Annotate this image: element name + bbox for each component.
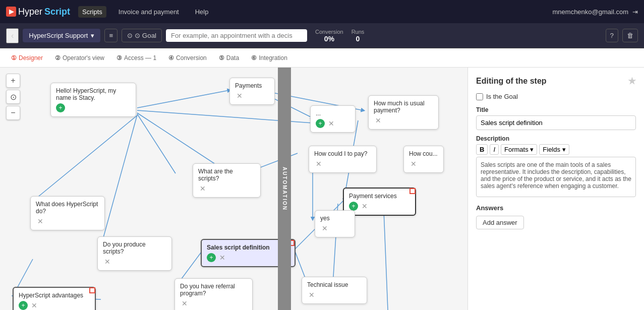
node-advantages[interactable]: HyperScript advantages + ✕ <box>13 287 96 310</box>
canvas[interactable]: + ⊙ − Hello! HyperScript, my name is Sta… <box>0 68 467 310</box>
node-advantages-actions: + ✕ <box>19 301 90 310</box>
node-technical-issue-del[interactable]: ✕ <box>307 290 316 299</box>
node-how-cou[interactable]: How cou... ✕ <box>403 146 444 173</box>
node-payment-services-add[interactable]: + <box>349 202 358 211</box>
zoom-in-button[interactable]: + <box>6 74 20 88</box>
node-yes-top[interactable]: yes ✕ <box>315 210 355 237</box>
node-advantages-del[interactable]: ✕ <box>30 301 39 310</box>
zoom-target-button[interactable]: ⊙ <box>6 90 20 104</box>
node-produce-scripts-del[interactable]: ✕ <box>103 257 112 266</box>
node-what-does-actions: ✕ <box>36 217 99 226</box>
logo-script: Script <box>44 7 70 17</box>
goal-input[interactable] <box>166 29 307 42</box>
tab-integration[interactable]: ⑥ Integration <box>246 52 292 64</box>
node-how-cou-text: How cou... <box>409 150 438 157</box>
node-hello-text: Hello! HyperScript, my name is Stacy. <box>56 87 131 101</box>
editor-toolbar: B I Formats ▾ Fields ▾ <box>476 144 636 155</box>
delete-button[interactable]: 🗑 <box>622 29 638 42</box>
main: + ⊙ − Hello! HyperScript, my name is Sta… <box>0 68 644 310</box>
node-referral[interactable]: Do you have referral program? ✕ <box>174 278 253 310</box>
sidebar: Editing of the step ★ Is the Goal Title … <box>467 68 644 310</box>
hamburger-button[interactable]: ≡ <box>104 29 118 42</box>
node-how-cou-actions: ✕ <box>409 159 438 168</box>
nav-invoice[interactable]: Invoice and payment <box>114 6 183 18</box>
node-sales-script-text: Sales script definition <box>207 244 289 251</box>
runs-label: Runs <box>352 29 365 35</box>
node-how-much[interactable]: How much is usual payment? ✕ <box>368 95 439 130</box>
node-hello-add[interactable]: + <box>56 103 65 112</box>
tab-operator-view[interactable]: ② Operator's view <box>50 52 109 64</box>
nav-scripts[interactable]: Scripts <box>78 6 106 18</box>
nav-help[interactable]: Help <box>191 6 213 18</box>
formats-button[interactable]: Formats ▾ <box>501 144 537 155</box>
node-payment-services-del[interactable]: ✕ <box>360 202 369 211</box>
tab-data[interactable]: ⑤ Data <box>214 52 244 64</box>
node-advantages-add[interactable]: + <box>19 301 28 310</box>
node-payments-actions: ✕ <box>235 91 269 100</box>
toolbar-right: ? 🗑 <box>606 29 638 42</box>
is-goal-row: Is the Goal <box>476 93 636 100</box>
node-produce-scripts-actions: ✕ <box>103 257 166 266</box>
node-produce-scripts[interactable]: Do you produce scripts? ✕ <box>97 236 172 271</box>
is-goal-checkbox[interactable] <box>476 93 483 100</box>
node-advantages-text: HyperScript advantages <box>19 292 90 299</box>
node-how-cou-del[interactable]: ✕ <box>409 159 418 168</box>
add-answer-button[interactable]: Add answer <box>476 216 524 229</box>
runs-stat: Runs 0 <box>352 29 365 43</box>
star-icon[interactable]: ★ <box>628 76 636 87</box>
node-yes-top-actions: ✕ <box>320 224 349 233</box>
node-produce-scripts-text: Do you produce scripts? <box>103 241 166 255</box>
help-button[interactable]: ? <box>606 29 618 42</box>
tab-designer[interactable]: ① Designer <box>6 52 48 64</box>
italic-button[interactable]: I <box>490 144 499 155</box>
node-referral-text: Do you have referral program? <box>180 283 247 297</box>
svg-line-0 <box>137 90 229 108</box>
node-payments-del[interactable]: ✕ <box>235 91 244 100</box>
node-what-scripts[interactable]: What are the scripts? ✕ <box>193 163 261 198</box>
node-payment-services-corner <box>409 188 416 194</box>
logout-icon[interactable]: ⇥ <box>632 8 638 16</box>
node-what-scripts-del[interactable]: ✕ <box>198 184 207 193</box>
conversion-label: Conversion <box>315 29 343 35</box>
title-label: Title <box>476 106 636 113</box>
node-ellipsis-add[interactable]: + <box>316 119 325 128</box>
description-label: Description <box>476 135 636 142</box>
node-referral-del[interactable]: ✕ <box>180 299 189 308</box>
goal-button[interactable]: ⊙ ⊙ Goal <box>122 29 162 42</box>
node-how-pay[interactable]: How could I to pay? ✕ <box>309 146 377 173</box>
zoom-controls: + ⊙ − <box>6 74 20 120</box>
sidebar-title-row: Editing of the step ★ <box>476 76 636 87</box>
svg-line-4 <box>101 115 137 246</box>
node-how-much-text: How much is usual payment? <box>374 100 433 114</box>
node-how-much-del[interactable]: ✕ <box>374 116 383 125</box>
node-ellipsis-del[interactable]: ✕ <box>327 119 336 128</box>
node-sales-script-del[interactable]: ✕ <box>218 253 227 262</box>
node-what-does-del[interactable]: ✕ <box>36 217 45 226</box>
title-input[interactable] <box>476 115 636 130</box>
conversion-stat: Conversion 0% <box>315 29 343 43</box>
node-technical-issue[interactable]: Technical issue ✕ <box>302 277 367 304</box>
fields-button[interactable]: Fields ▾ <box>539 144 569 155</box>
node-ellipsis[interactable]: ... + ✕ <box>310 105 356 133</box>
header-right: mnemchenko@gmail.com ⇥ <box>553 8 638 16</box>
back-button[interactable]: ‹ <box>6 28 19 43</box>
zoom-out-button[interactable]: − <box>6 106 20 120</box>
node-yes-top-del[interactable]: ✕ <box>320 224 329 233</box>
node-what-does[interactable]: What does HyperScript do? ✕ <box>30 196 105 230</box>
node-how-pay-del[interactable]: ✕ <box>314 159 323 168</box>
answers-title: Answers <box>476 204 636 212</box>
node-sales-script-actions: + ✕ <box>207 253 289 262</box>
description-editor[interactable]: Sales scripts are one of the main tools … <box>476 157 636 197</box>
tab-access[interactable]: ③ Access — 1 <box>111 52 161 64</box>
conversion-value: 0% <box>315 35 343 43</box>
tab-conversion[interactable]: ④ Conversion <box>163 52 212 64</box>
logo-icon: ▶ <box>6 7 16 17</box>
bold-button[interactable]: B <box>476 144 488 155</box>
node-yes-top-text: yes <box>320 215 349 222</box>
node-hello[interactable]: Hello! HyperScript, my name is Stacy. + <box>50 83 136 117</box>
node-how-pay-text: How could I to pay? <box>314 150 371 157</box>
node-sales-script-add[interactable]: + <box>207 253 216 262</box>
toolbar: ‹ HyperScript Support ▾ ≡ ⊙ ⊙ Goal Conve… <box>0 23 644 48</box>
script-selector[interactable]: HyperScript Support ▾ <box>23 29 100 42</box>
node-payments[interactable]: Payments ✕ <box>229 78 275 105</box>
